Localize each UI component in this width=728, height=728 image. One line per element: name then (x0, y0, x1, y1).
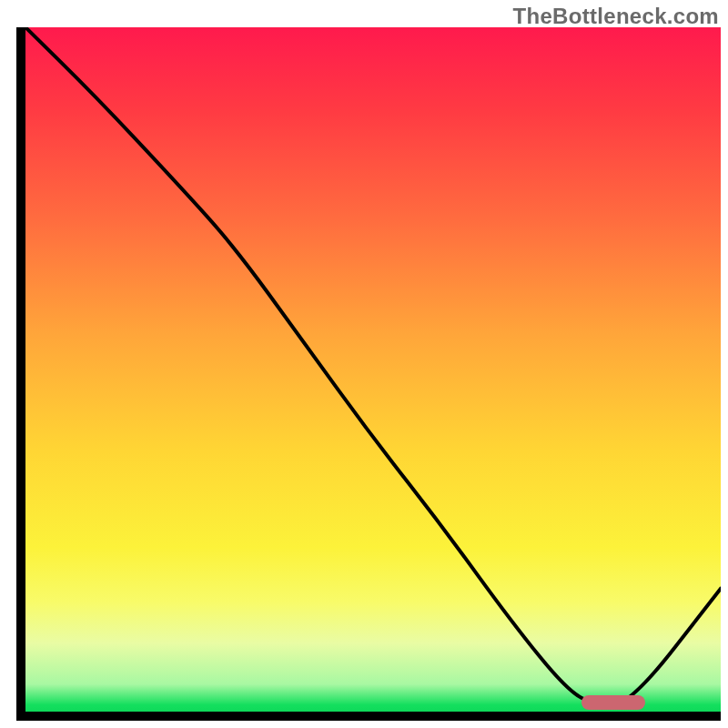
curve-path (25, 27, 721, 704)
plot-area (25, 27, 721, 712)
watermark-label: TheBottleneck.com (513, 4, 719, 29)
x-axis (16, 712, 721, 721)
y-axis (16, 27, 25, 721)
optimal-range-marker (581, 695, 645, 710)
chart-container: TheBottleneck.com (0, 0, 728, 728)
bottleneck-curve (25, 27, 721, 712)
